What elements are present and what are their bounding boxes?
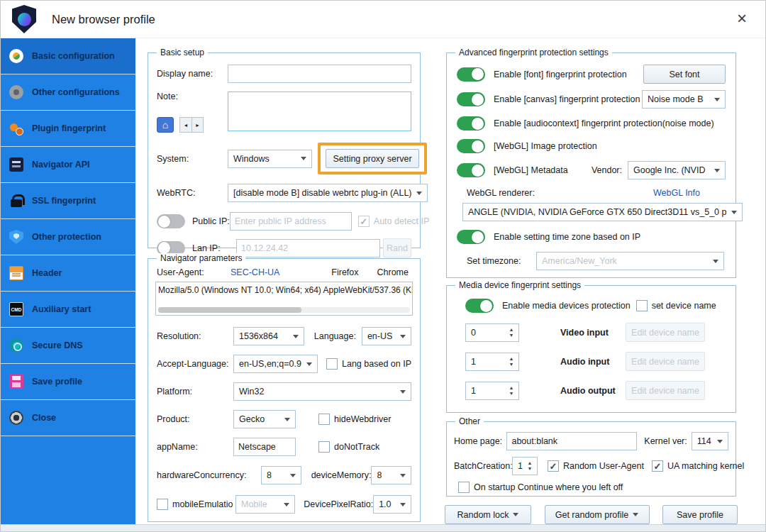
footer-buttons: Random lock Get random profile Save prof… [445, 505, 738, 524]
left-arrow-icon[interactable]: ◄ [180, 118, 192, 132]
chevron-down-icon [400, 390, 406, 397]
get-random-profile-button[interactable]: Get random profile [545, 505, 650, 524]
sidebar-item-auxiliary-start[interactable]: CMD Auxiliary start [1, 292, 135, 328]
chevron-down-icon [293, 335, 299, 341]
sidebar-item-plugin-fingerprint[interactable]: Plugin fingerprint [1, 111, 135, 147]
appname-input[interactable] [233, 438, 296, 456]
timezone-ip-toggle[interactable] [457, 230, 485, 244]
close-icon[interactable]: × [737, 9, 747, 28]
toggle-knob [472, 231, 484, 243]
mobile-emulation-checkbox[interactable] [157, 499, 168, 510]
resolution-select[interactable]: 1536x864 [233, 327, 304, 345]
font-protection-toggle[interactable] [457, 67, 485, 82]
sidebar-item-label: Secure DNS [32, 340, 83, 350]
display-name-input[interactable] [228, 65, 411, 83]
chrome-link[interactable]: Chrome [377, 267, 409, 277]
set-device-name-checkbox[interactable] [636, 300, 648, 311]
save-profile-button[interactable]: Save profile [662, 505, 738, 524]
sidebar-item-label: Navigator API [32, 160, 90, 170]
public-ip-input[interactable] [230, 212, 352, 231]
horizontal-scrollbar[interactable] [158, 307, 410, 313]
chevron-down-icon [633, 513, 638, 519]
ua-matching-kernel-checkbox[interactable]: ✓ [652, 460, 663, 472]
random-user-agent-checkbox[interactable]: ✓ [548, 460, 559, 472]
webgl-info-link[interactable]: WebGL Info [653, 188, 700, 198]
spinner-down-icon[interactable]: ▼ [509, 333, 514, 338]
user-agent-textarea[interactable]: Mozilla/5.0 (Windows NT 10.0; Win64; x64… [155, 282, 413, 316]
group-legend: Basic setup [157, 48, 208, 57]
timezone-select[interactable]: America/New_York [536, 252, 724, 270]
rand-button[interactable]: Rand [383, 238, 411, 257]
lang-based-on-ip-checkbox[interactable] [326, 358, 338, 370]
proxy-highlight-box: Setting proxy server [318, 143, 427, 174]
device-memory-select[interactable]: 8 [371, 466, 411, 484]
auto-detect-ip-checkbox[interactable]: ✓ [358, 216, 370, 227]
home-page-label: Home page: [454, 436, 506, 446]
spinner-down-icon[interactable]: ▼ [509, 391, 514, 397]
audio-output-spinner[interactable]: 1 ▲▼ [465, 382, 519, 400]
device-pixel-ratio-select[interactable]: 1.0 [373, 495, 411, 514]
hide-webdriver-checkbox[interactable] [318, 414, 330, 425]
random-lock-button[interactable]: Random lock [445, 505, 531, 524]
canvas-protection-toggle[interactable] [457, 92, 485, 106]
sec-ch-ua-link[interactable]: SEC-CH-UA [231, 267, 279, 277]
audio-input-spinner[interactable]: 1 ▲▼ [465, 353, 519, 371]
noise-mode-select[interactable]: Noise mode B [642, 90, 726, 109]
sidebar-item-close[interactable]: Close [1, 400, 135, 436]
sidebar-item-label: Other configurations [32, 87, 120, 97]
home-icon[interactable]: ⌂ [157, 117, 174, 133]
setting-proxy-server-button[interactable]: Setting proxy server [326, 149, 419, 168]
sidebar-item-secure-dns[interactable]: Secure DNS [1, 328, 135, 364]
set-font-button[interactable]: Set font [643, 65, 726, 84]
sidebar-item-label: Save profile [32, 377, 82, 387]
on-startup-checkbox[interactable] [458, 482, 470, 493]
edit-device-name-button[interactable]: Edit device name [626, 352, 705, 371]
webgl-image-toggle[interactable] [457, 139, 485, 153]
spinner-down-icon[interactable]: ▼ [527, 466, 532, 472]
lan-ip-input[interactable] [236, 239, 380, 257]
video-input-spinner[interactable]: 0 ▲▼ [465, 323, 519, 342]
sidebar-item-other-configurations[interactable]: Other configurations [1, 74, 135, 111]
language-select[interactable]: en-US [362, 327, 411, 345]
note-nav-arrows: ◄ ► [179, 117, 204, 133]
webrtc-select[interactable]: [disable mode B] disable webrtc plug-in … [228, 184, 428, 202]
group-legend: Other [455, 416, 484, 426]
sidebar-item-save-profile[interactable]: Save profile [1, 364, 135, 400]
spinner-down-icon[interactable]: ▼ [509, 362, 514, 367]
edit-device-name-button[interactable]: Edit device name [626, 323, 705, 342]
right-arrow-icon[interactable]: ► [192, 118, 203, 132]
vendor-select[interactable]: Google Inc. (NVID [628, 161, 726, 179]
webgl-renderer-select[interactable]: ANGLE (NVIDIA, NVIDIA GeForce GTX 650 Di… [462, 203, 743, 221]
spinner-up-icon[interactable]: ▲ [509, 327, 514, 333]
system-select[interactable]: Windows [228, 150, 312, 168]
spinner-up-icon[interactable]: ▲ [509, 356, 514, 362]
toggle-knob [480, 300, 492, 312]
media-protection-toggle[interactable] [465, 299, 494, 313]
sidebar-item-header[interactable]: Header [1, 255, 135, 292]
home-page-input[interactable] [506, 432, 637, 450]
accept-language-select[interactable]: en-US,en;q=0.9 [233, 355, 318, 373]
sidebar-item-navigator-api[interactable]: Navigator API [1, 147, 135, 183]
sidebar-item-other-protection[interactable]: Other protection [1, 219, 135, 255]
sidebar-item-basic-configuration[interactable]: Basic configuration [1, 38, 135, 74]
sidebar-item-label: Basic configuration [32, 51, 115, 61]
audiocontext-protection-toggle[interactable] [457, 116, 485, 131]
donottrack-checkbox[interactable] [318, 441, 330, 453]
gears-icon [9, 121, 23, 135]
batch-creation-spinner[interactable]: 1 ▲▼ [512, 457, 538, 475]
set-timezone-label: Set timezone: [467, 256, 536, 266]
webgl-metadata-toggle[interactable] [457, 163, 485, 177]
edit-device-name-button[interactable]: Edit device name [626, 381, 705, 400]
spinner-up-icon[interactable]: ▲ [509, 385, 514, 391]
kernel-ver-select[interactable]: 114 [692, 432, 728, 450]
note-input[interactable] [228, 92, 411, 131]
scrollbar-thumb[interactable] [158, 307, 301, 313]
public-ip-toggle[interactable] [157, 214, 185, 228]
product-select[interactable]: Gecko [233, 410, 296, 428]
platform-select[interactable]: Win32 [233, 382, 411, 401]
mobile-select[interactable]: Mobile [235, 495, 295, 514]
sidebar-item-ssl-fingerprint[interactable]: SSL fingerprint [1, 183, 135, 219]
firefox-link[interactable]: Firefox [331, 267, 358, 277]
hardware-concurrency-select[interactable]: 8 [261, 466, 301, 484]
spinner-up-icon[interactable]: ▲ [527, 460, 532, 466]
